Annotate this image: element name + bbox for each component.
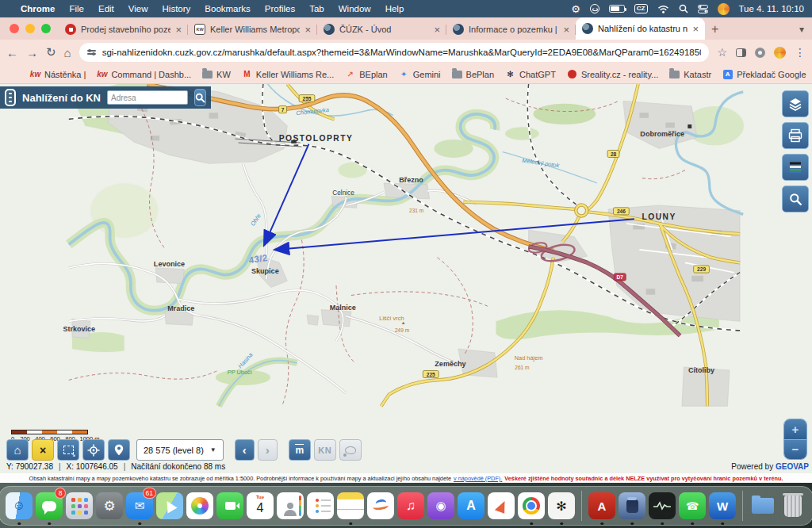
- dock-item-freeform[interactable]: [366, 488, 395, 523]
- menu-item-profiles[interactable]: Profiles: [265, 4, 295, 13]
- dock-item-acrobat[interactable]: A: [588, 488, 616, 523]
- address-search-button[interactable]: [194, 89, 206, 106]
- tab-close-icon[interactable]: ×: [692, 24, 699, 34]
- menu-item-view[interactable]: View: [128, 4, 148, 13]
- spotlight-icon[interactable]: [679, 4, 688, 13]
- home-extent-button[interactable]: ⌂: [6, 439, 29, 461]
- kn-info-button[interactable]: KN: [314, 439, 336, 461]
- browser-tab[interactable]: KWKeller Williams Metropolitan |×: [188, 19, 317, 40]
- dock-item-whatsapp[interactable]: ☎: [678, 488, 707, 523]
- menu-item-edit[interactable]: Edit: [98, 4, 114, 13]
- bookmark-item[interactable]: ↗BEplan: [345, 69, 387, 79]
- extension-icon[interactable]: [755, 48, 765, 58]
- next-view-button[interactable]: ›: [258, 439, 278, 461]
- url-text[interactable]: sgi-nahlizenidokn.cuzk.gov.cz/marushka/d…: [102, 48, 702, 57]
- dock-item-origami-app[interactable]: [487, 488, 515, 523]
- zoom-in-button[interactable]: +: [784, 419, 806, 440]
- tab-close-icon[interactable]: ×: [563, 25, 569, 35]
- tab-close-icon[interactable]: ×: [434, 25, 440, 35]
- dock-item-launchpad[interactable]: [65, 488, 94, 523]
- map-viewport[interactable]: 255728246229225D7 POSTOLOPRTYLOUNYDobrom…: [0, 84, 812, 473]
- dock-item-contacts[interactable]: [276, 488, 304, 523]
- reload-button[interactable]: ↻: [46, 45, 56, 59]
- map-search-button[interactable]: [782, 186, 809, 212]
- chrome-profile-status-icon[interactable]: [718, 3, 730, 15]
- zoom-out-button[interactable]: −: [784, 440, 806, 460]
- help-pdf-link[interactable]: v nápovědě (PDF).: [454, 475, 502, 482]
- browser-tab[interactable]: Nahlížení do katastru nemovi×: [576, 17, 705, 40]
- wifi-icon[interactable]: [657, 5, 669, 13]
- menu-item-tab[interactable]: Tab: [309, 4, 324, 13]
- dock-item-system-settings[interactable]: ⚙: [95, 488, 124, 523]
- bookmark-item[interactable]: APřekladač Google: [722, 69, 806, 79]
- back-button[interactable]: ←: [6, 46, 18, 59]
- legend-button[interactable]: [782, 154, 809, 181]
- menu-item-bookmarks[interactable]: Bookmarks: [205, 4, 251, 13]
- dock-item-utility-app[interactable]: [618, 488, 646, 523]
- center-target-button[interactable]: [82, 439, 105, 461]
- dock-item-finder[interactable]: ☺: [5, 488, 33, 523]
- lasso-select-button[interactable]: [339, 439, 362, 461]
- dock-item-messages[interactable]: 8: [35, 488, 63, 523]
- bookmark-item[interactable]: Sreality.cz - reality...: [567, 69, 658, 79]
- menu-item-chrome[interactable]: Chrome: [21, 4, 55, 13]
- keyboard-layout-icon[interactable]: CZ: [634, 4, 648, 13]
- dock-item-trash[interactable]: [779, 488, 807, 523]
- minimize-window-button[interactable]: [25, 24, 35, 33]
- menu-item-history[interactable]: History: [163, 4, 191, 13]
- dock-item-facetime[interactable]: [216, 488, 244, 523]
- browser-tab[interactable]: ČÚZK - Úvod×: [317, 19, 446, 40]
- close-window-button[interactable]: [10, 24, 19, 33]
- maximize-window-button[interactable]: [41, 24, 51, 33]
- battery-icon[interactable]: [609, 5, 625, 13]
- dock-item-calendar[interactable]: Tue4: [246, 488, 274, 523]
- bookmark-item[interactable]: kwNástěnka |: [30, 69, 86, 79]
- print-button[interactable]: [782, 122, 809, 149]
- chrome-menu-icon[interactable]: ⋮: [795, 46, 806, 59]
- dock-item-word[interactable]: W: [708, 488, 737, 523]
- bookmark-item[interactable]: BePlan: [452, 69, 494, 79]
- control-center-icon[interactable]: [698, 5, 708, 13]
- forward-button[interactable]: →: [26, 46, 38, 59]
- site-settings-icon[interactable]: [87, 50, 96, 55]
- bookmark-item[interactable]: Katastr: [669, 69, 711, 79]
- browser-tab[interactable]: Prodej stavebního pozemku 3×: [59, 19, 188, 40]
- base-map[interactable]: 255728246229225D7 POSTOLOPRTYLOUNYDobrom…: [0, 84, 812, 473]
- dock-item-heartbeat-app[interactable]: [648, 488, 676, 523]
- dock-item-app-store[interactable]: A: [457, 488, 485, 523]
- home-button[interactable]: ⌂: [64, 46, 71, 59]
- menu-clock[interactable]: Tue 4. 11. 10:10: [739, 4, 804, 13]
- tab-close-icon[interactable]: ×: [304, 25, 311, 35]
- address-search-input[interactable]: [107, 90, 188, 105]
- bookmark-item[interactable]: ✦Gemini: [399, 69, 441, 79]
- hamburger-menu-icon[interactable]: [5, 89, 16, 106]
- previous-view-button[interactable]: ‹: [235, 439, 255, 461]
- new-tab-button[interactable]: +: [705, 22, 726, 40]
- cancel-selection-button[interactable]: ×: [32, 439, 54, 461]
- dock-item-chatgpt[interactable]: ✻: [547, 488, 576, 523]
- address-bar[interactable]: sgi-nahlizenidokn.cuzk.gov.cz/marushka/d…: [79, 43, 710, 62]
- browser-tab[interactable]: Informace o pozemku | Nahlíž×: [446, 19, 576, 40]
- bookmark-item[interactable]: KW: [202, 69, 231, 79]
- tab-search-chevron-icon[interactable]: ▾: [799, 24, 804, 35]
- bookmark-item[interactable]: MKeller Williams Re...: [242, 69, 334, 79]
- dock-item-downloads-folder[interactable]: [749, 488, 777, 523]
- zoom-rectangle-button[interactable]: [57, 439, 79, 461]
- dock-item-music[interactable]: ♫: [396, 488, 425, 523]
- creative-cloud-icon[interactable]: [590, 4, 599, 13]
- menu-item-file[interactable]: File: [69, 4, 84, 13]
- layers-button[interactable]: [782, 90, 809, 117]
- bookmark-star-icon[interactable]: ☆: [717, 46, 727, 59]
- bookmark-item[interactable]: ✻ChatGPT: [505, 69, 556, 79]
- dock-item-maps[interactable]: [155, 488, 184, 523]
- side-panel-icon[interactable]: [736, 48, 746, 57]
- dock-item-chrome[interactable]: [517, 488, 546, 523]
- scale-level-dropdown[interactable]: 28 575 (level 8) ▼: [136, 439, 224, 461]
- dock-item-reminders[interactable]: [306, 488, 335, 523]
- dock-item-podcasts[interactable]: ◉: [427, 488, 455, 523]
- profile-avatar[interactable]: [774, 47, 786, 59]
- tab-close-icon[interactable]: ×: [175, 25, 182, 35]
- measure-button[interactable]: m: [289, 439, 311, 461]
- menu-item-window[interactable]: Window: [339, 4, 371, 13]
- dock-item-mail[interactable]: ✉61: [125, 488, 154, 523]
